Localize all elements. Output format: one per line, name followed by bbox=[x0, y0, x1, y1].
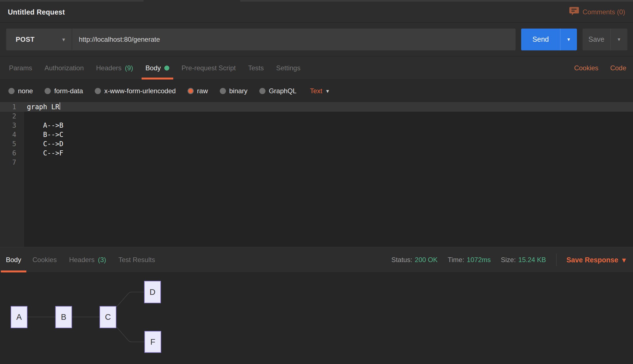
code-text: C-->F bbox=[24, 149, 63, 158]
save-button-group: Save ▾ bbox=[583, 29, 627, 50]
flowchart-node-b: B bbox=[55, 306, 72, 328]
time-value: 1072ms bbox=[467, 256, 491, 264]
response-body-preview: A B C D F bbox=[0, 273, 633, 364]
headers-count-badge: (9) bbox=[125, 64, 133, 72]
radio-none[interactable]: none bbox=[8, 87, 33, 95]
request-builder-bar: POST ▾ Send ▾ Save ▾ bbox=[0, 23, 633, 56]
request-tabs: Params Authorization Headers (9) Body Pr… bbox=[0, 56, 633, 80]
raw-body-editor[interactable]: 1 graph LR 2 3 A-->B 4 B-->C 5 C-->D bbox=[0, 102, 633, 247]
line-number: 6 bbox=[0, 149, 24, 158]
response-tab-test-results[interactable]: Test Results bbox=[112, 247, 161, 272]
size-stat: Size: 15.24 KB bbox=[501, 256, 546, 264]
chevron-down-icon: ▾ bbox=[62, 36, 65, 43]
chevron-down-icon: ▾ bbox=[326, 88, 329, 94]
save-button[interactable]: Save bbox=[583, 29, 610, 50]
response-header: Body Cookies Headers (3) Test Results St… bbox=[0, 247, 633, 273]
code-link[interactable]: Code bbox=[610, 64, 626, 72]
code-text: graph LR bbox=[24, 102, 59, 112]
text-cursor bbox=[59, 102, 60, 110]
editor-line[interactable]: 1 graph LR bbox=[0, 102, 633, 112]
response-tab-cookies[interactable]: Cookies bbox=[26, 247, 63, 272]
line-number: 4 bbox=[0, 130, 24, 139]
code-text bbox=[24, 112, 27, 121]
body-modified-dot bbox=[164, 66, 169, 71]
size-value: 15.24 KB bbox=[518, 256, 546, 264]
radio-icon bbox=[8, 88, 15, 94]
response-tabs: Body Cookies Headers (3) Test Results bbox=[1, 247, 161, 272]
code-text: C-->D bbox=[24, 139, 63, 149]
request-title: Untitled Request bbox=[8, 8, 65, 16]
comment-icon bbox=[569, 7, 579, 17]
tab-tests[interactable]: Tests bbox=[242, 56, 270, 80]
divider bbox=[556, 254, 556, 266]
radio-icon bbox=[259, 88, 265, 94]
editor-lines: 1 graph LR 2 3 A-->B 4 B-->C 5 C-->D bbox=[0, 102, 633, 167]
active-request-tab-edge bbox=[144, 0, 240, 2]
tab-params[interactable]: Params bbox=[3, 56, 38, 80]
tab-authorization[interactable]: Authorization bbox=[38, 56, 90, 80]
radio-raw[interactable]: raw bbox=[188, 87, 208, 95]
line-number: 2 bbox=[0, 112, 24, 121]
method-dropdown[interactable]: POST ▾ bbox=[6, 29, 72, 50]
send-button-group: Send ▾ bbox=[521, 29, 577, 50]
radio-icon bbox=[45, 88, 51, 94]
line-number: 5 bbox=[0, 139, 24, 149]
code-text: B-->C bbox=[24, 130, 63, 139]
response-meta: Status: 200 OK Time: 1072ms Size: 15.24 … bbox=[391, 247, 626, 272]
radio-icon bbox=[95, 88, 101, 94]
editor-line[interactable]: 5 C-->D bbox=[0, 139, 633, 149]
edge-c-d bbox=[116, 292, 144, 307]
flowchart-edges bbox=[0, 273, 196, 364]
app-window: Untitled Request Comments (0) POST ▾ Sen… bbox=[0, 0, 633, 364]
flowchart-node-d: D bbox=[144, 281, 161, 303]
response-tab-headers[interactable]: Headers (3) bbox=[63, 247, 112, 272]
line-number: 1 bbox=[0, 102, 24, 112]
line-number: 3 bbox=[0, 121, 24, 130]
format-label: Text bbox=[310, 87, 322, 95]
save-options-button[interactable]: ▾ bbox=[610, 29, 627, 50]
editor-line[interactable]: 7 bbox=[0, 158, 633, 167]
tab-body[interactable]: Body bbox=[139, 56, 175, 80]
tabsbar-links: Cookies Code bbox=[574, 56, 626, 80]
cookies-link[interactable]: Cookies bbox=[574, 64, 599, 72]
line-number: 7 bbox=[0, 158, 24, 167]
url-input[interactable] bbox=[72, 29, 516, 50]
edge-c-f bbox=[116, 327, 144, 342]
status-stat: Status: 200 OK bbox=[391, 256, 438, 264]
radio-form-data[interactable]: form-data bbox=[45, 87, 83, 95]
status-value: 200 OK bbox=[415, 256, 438, 264]
response-headers-count-badge: (3) bbox=[98, 256, 106, 264]
editor-line[interactable]: 6 C-->F bbox=[0, 149, 633, 158]
flowchart-node-f: F bbox=[144, 331, 161, 353]
chevron-down-icon: ▾ bbox=[622, 256, 626, 264]
flowchart-node-a: A bbox=[11, 306, 27, 328]
title-bar: Untitled Request Comments (0) bbox=[0, 2, 633, 23]
method-label: POST bbox=[16, 36, 34, 43]
tab-headers[interactable]: Headers (9) bbox=[90, 56, 139, 80]
send-options-button[interactable]: ▾ bbox=[560, 29, 577, 50]
radio-x-www-form-urlencoded[interactable]: x-www-form-urlencoded bbox=[95, 87, 176, 95]
comments-button[interactable]: Comments (0) bbox=[569, 7, 625, 17]
send-button[interactable]: Send bbox=[521, 29, 560, 50]
code-text bbox=[24, 158, 27, 167]
active-tab-underline bbox=[1, 270, 26, 272]
time-stat: Time: 1072ms bbox=[448, 256, 491, 264]
comments-label: Comments (0) bbox=[583, 8, 625, 16]
editor-line[interactable]: 3 A-->B bbox=[0, 121, 633, 130]
radio-graphql[interactable]: GraphQL bbox=[259, 87, 297, 95]
body-mode-options: none form-data x-www-form-urlencoded raw… bbox=[0, 80, 633, 102]
response-tab-body[interactable]: Body bbox=[1, 247, 26, 272]
radio-selected-icon bbox=[188, 88, 194, 94]
radio-binary[interactable]: binary bbox=[220, 87, 248, 95]
flowchart-node-c: C bbox=[100, 306, 116, 328]
editor-line[interactable]: 4 B-->C bbox=[0, 130, 633, 139]
url-group: POST ▾ bbox=[6, 29, 516, 50]
active-tab-underline bbox=[142, 78, 173, 80]
tab-settings[interactable]: Settings bbox=[270, 56, 307, 80]
radio-icon bbox=[220, 88, 226, 94]
editor-line[interactable]: 2 bbox=[0, 112, 633, 121]
tab-pre-request-script[interactable]: Pre-request Script bbox=[175, 56, 242, 80]
request-tabstrip-edge bbox=[0, 0, 633, 2]
raw-format-dropdown[interactable]: Text ▾ bbox=[310, 87, 329, 95]
save-response-button[interactable]: Save Response ▾ bbox=[567, 256, 626, 264]
